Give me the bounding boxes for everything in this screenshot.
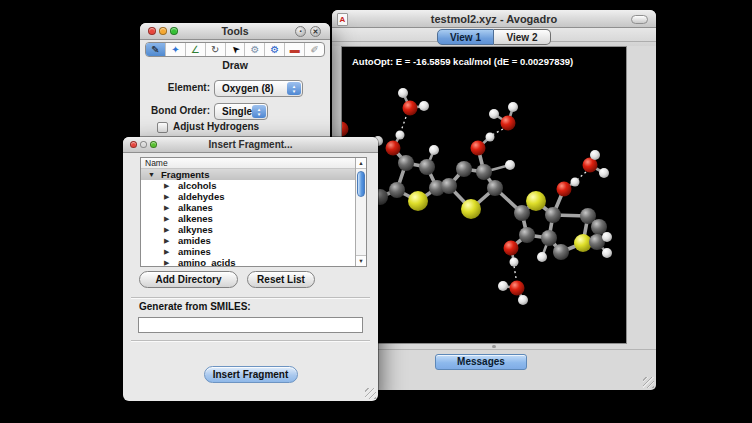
dialog-titlebar[interactable]: Insert Fragment... bbox=[123, 137, 378, 153]
disclosure-closed-icon[interactable]: ▶ bbox=[164, 202, 169, 213]
element-value: Oxygen (8) bbox=[222, 81, 274, 97]
disclosure-closed-icon[interactable]: ▶ bbox=[164, 191, 169, 202]
element-dropdown[interactable]: Oxygen (8) ▲▼ bbox=[214, 80, 303, 97]
tree-item-amines[interactable]: ▶amines bbox=[141, 246, 355, 257]
tree-item-label: aldehydes bbox=[178, 191, 224, 202]
disclosure-open-icon[interactable]: ▼ bbox=[148, 169, 155, 180]
tree-item-alkynes[interactable]: ▶alkynes bbox=[141, 224, 355, 235]
tab-view-1[interactable]: View 1 bbox=[437, 29, 494, 45]
reset-list-button[interactable]: Reset List bbox=[247, 271, 315, 288]
fragment-tree: Name ▼Fragments▶alcohols▶aldehydes▶alkan… bbox=[140, 157, 367, 267]
rotate-hand-icon: ↻ bbox=[211, 43, 219, 56]
tree-item-amides[interactable]: ▶amides bbox=[141, 235, 355, 246]
autoopt-status-text: AutoOpt: E = -16.5859 kcal/mol (dE = 0.0… bbox=[352, 56, 573, 67]
adjust-hydrogens-checkbox[interactable] bbox=[157, 122, 168, 133]
tools-titlebar[interactable]: Tools ▪ ✕ bbox=[140, 23, 330, 40]
resize-grip[interactable] bbox=[365, 388, 376, 399]
splitter-handle[interactable] bbox=[492, 345, 496, 348]
dropdown-stepper-icon: ▲▼ bbox=[252, 105, 266, 118]
insert-fragment-dialog: Insert Fragment... Name ▼Fragments▶alcoh… bbox=[123, 137, 378, 401]
disclosure-closed-icon[interactable]: ▶ bbox=[164, 246, 169, 257]
scroll-down-icon[interactable]: ▼ bbox=[356, 255, 366, 266]
disclosure-closed-icon[interactable]: ▶ bbox=[164, 224, 169, 235]
tree-item-alkenes[interactable]: ▶alkenes bbox=[141, 213, 355, 224]
main-window-titlebar[interactable]: A testmol2.xyz - Avogadro bbox=[332, 10, 656, 28]
resize-grip[interactable] bbox=[643, 377, 654, 388]
chart-icon: ∠ bbox=[191, 43, 200, 56]
messages-panel-button[interactable]: Messages bbox=[435, 354, 527, 370]
3d-viewport[interactable]: AutoOpt: E = -16.5859 kcal/mol (dE = 0.0… bbox=[341, 46, 627, 344]
panel-splitter[interactable] bbox=[332, 349, 656, 350]
bond-order-dropdown[interactable]: Single ▲▼ bbox=[214, 103, 268, 120]
cursor-arrow-icon: ➤ bbox=[227, 42, 242, 57]
tree-column-header[interactable]: Name bbox=[141, 158, 355, 169]
bond-order-label: Bond Order: bbox=[150, 105, 210, 116]
tree-item-aldehydes[interactable]: ▶aldehydes bbox=[141, 191, 355, 202]
dialog-title: Insert Fragment... bbox=[123, 137, 378, 153]
close-panel-button[interactable]: ✕ bbox=[310, 26, 321, 37]
dropdown-stepper-icon: ▲▼ bbox=[287, 82, 301, 95]
active-tool-label: Draw bbox=[140, 59, 330, 71]
add-directory-button[interactable]: Add Directory bbox=[139, 271, 238, 288]
auto-rotate-tool-button[interactable]: ⚙ bbox=[245, 43, 265, 56]
tree-item-alkanes[interactable]: ▶alkanes bbox=[141, 202, 355, 213]
smiles-label: Generate from SMILES: bbox=[139, 301, 251, 312]
tree-item-label: alkanes bbox=[178, 202, 213, 213]
divider bbox=[131, 297, 370, 299]
navigate-star-icon: ✦ bbox=[171, 43, 179, 56]
adjust-hydrogens-label: Adjust Hydrogens bbox=[173, 121, 259, 132]
tool-palette-toolbar: ✎✦∠↻➤⚙⚙▬✐ bbox=[145, 42, 325, 57]
tree-item-label: amines bbox=[178, 246, 211, 257]
disclosure-closed-icon[interactable]: ▶ bbox=[164, 180, 169, 191]
main-window: A testmol2.xyz - Avogadro View 1 View 2 bbox=[332, 10, 656, 390]
insert-fragment-button[interactable]: Insert Fragment bbox=[204, 366, 298, 383]
auto-optimize-tool-button[interactable]: ⚙ bbox=[265, 43, 285, 56]
tree-scrollbar: ▲ ▼ bbox=[355, 158, 366, 266]
disclosure-closed-icon[interactable]: ▶ bbox=[164, 257, 169, 267]
draw-tool-button[interactable]: ✎ bbox=[146, 43, 166, 56]
window-title: testmol2.xyz - Avogadro bbox=[332, 10, 656, 28]
desktop: A testmol2.xyz - Avogadro View 1 View 2 bbox=[0, 0, 752, 423]
molecule-canvas bbox=[342, 47, 626, 343]
manipulate-tool-button[interactable]: ↻ bbox=[206, 43, 226, 56]
disclosure-closed-icon[interactable]: ▶ bbox=[164, 213, 169, 224]
pencil-icon: ✎ bbox=[151, 43, 159, 56]
tree-item-label: alcohols bbox=[178, 180, 217, 191]
navigate-tool-button[interactable]: ✦ bbox=[166, 43, 186, 56]
disclosure-closed-icon[interactable]: ▶ bbox=[164, 235, 169, 246]
ruler-icon: ▬ bbox=[290, 43, 300, 56]
tree-item-label: amino_acids bbox=[178, 257, 236, 267]
measure-tool-button[interactable]: ▬ bbox=[285, 43, 305, 56]
toolbar-toggle-button[interactable] bbox=[631, 15, 648, 24]
bond-centric-tool-button[interactable]: ∠ bbox=[186, 43, 206, 56]
element-label: Element: bbox=[150, 82, 210, 93]
tab-view-2[interactable]: View 2 bbox=[494, 29, 551, 45]
tree-item-fragments[interactable]: ▼Fragments bbox=[141, 169, 355, 180]
smiles-input[interactable] bbox=[138, 317, 363, 333]
view-tab-strip: View 1 View 2 bbox=[332, 28, 656, 46]
float-window-button[interactable]: ▪ bbox=[295, 26, 306, 37]
tree-item-label: amides bbox=[178, 235, 211, 246]
divider bbox=[131, 340, 370, 342]
tree-item-label: alkynes bbox=[178, 224, 213, 235]
blue-gear-icon: ⚙ bbox=[270, 43, 279, 56]
selection-tool-button[interactable]: ➤ bbox=[226, 43, 246, 56]
gears-icon: ⚙ bbox=[250, 43, 259, 56]
wand-icon: ✐ bbox=[310, 43, 318, 56]
scrollbar-thumb[interactable] bbox=[357, 171, 365, 197]
tree-item-label: Fragments bbox=[161, 169, 210, 180]
tree-item-amino_acids[interactable]: ▶amino_acids bbox=[141, 257, 355, 267]
tree-item-alcohols[interactable]: ▶alcohols bbox=[141, 180, 355, 191]
align-tool-button[interactable]: ✐ bbox=[305, 43, 324, 56]
fragment-tree-rows: ▼Fragments▶alcohols▶aldehydes▶alkanes▶al… bbox=[141, 169, 355, 266]
bond-order-value: Single bbox=[222, 104, 252, 120]
tree-item-label: alkenes bbox=[178, 213, 213, 224]
scroll-up-icon[interactable]: ▲ bbox=[356, 158, 366, 169]
